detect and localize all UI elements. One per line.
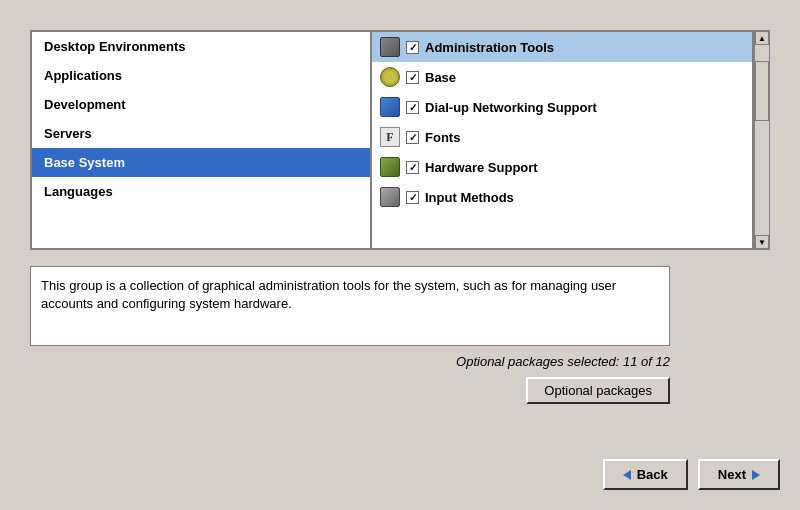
main-container: Desktop Environments Applications Develo…	[0, 0, 800, 510]
back-arrow-icon	[623, 470, 631, 480]
hw-support-label: Hardware Support	[425, 160, 538, 175]
input-methods-checkbox[interactable]	[406, 191, 419, 204]
base-checkbox[interactable]	[406, 71, 419, 84]
right-item-dialup[interactable]: Dial-up Networking Support	[372, 92, 752, 122]
right-item-admin-tools[interactable]: Administration Tools	[372, 32, 752, 62]
left-item-base-system[interactable]: Base System	[32, 148, 370, 177]
left-panel: Desktop Environments Applications Develo…	[30, 30, 370, 250]
left-item-development[interactable]: Development	[32, 90, 370, 119]
description-box: This group is a collection of graphical …	[30, 266, 670, 346]
back-button[interactable]: Back	[603, 459, 688, 490]
fonts-label: Fonts	[425, 130, 460, 145]
scroll-up-arrow[interactable]: ▲	[755, 31, 769, 45]
admin-tools-label: Administration Tools	[425, 40, 554, 55]
scroll-down-arrow[interactable]: ▼	[755, 235, 769, 249]
left-item-desktop-environments[interactable]: Desktop Environments	[32, 32, 370, 61]
right-panel-wrapper: Administration Tools Base Dial-u	[370, 30, 770, 250]
optional-packages-button[interactable]: Optional packages	[526, 377, 670, 404]
admin-tools-checkbox[interactable]	[406, 41, 419, 54]
description-text: This group is a collection of graphical …	[41, 278, 616, 311]
dialup-label: Dial-up Networking Support	[425, 100, 597, 115]
right-item-hw-support[interactable]: Hardware Support	[372, 152, 752, 182]
left-item-languages[interactable]: Languages	[32, 177, 370, 206]
input-methods-label: Input Methods	[425, 190, 514, 205]
base-label: Base	[425, 70, 456, 85]
next-label: Next	[718, 467, 746, 482]
base-icon	[380, 67, 400, 87]
optional-btn-row: Optional packages	[30, 377, 670, 404]
hw-support-checkbox[interactable]	[406, 161, 419, 174]
dialup-icon	[380, 97, 400, 117]
description-area: This group is a collection of graphical …	[30, 266, 770, 404]
input-methods-icon	[380, 187, 400, 207]
back-label: Back	[637, 467, 668, 482]
dialup-checkbox[interactable]	[406, 101, 419, 114]
top-section: Desktop Environments Applications Develo…	[30, 30, 770, 250]
hw-support-icon	[380, 157, 400, 177]
optional-info: Optional packages selected: 11 of 12	[30, 354, 670, 369]
left-item-applications[interactable]: Applications	[32, 61, 370, 90]
scroll-thumb[interactable]	[755, 61, 769, 121]
right-item-fonts[interactable]: F Fonts	[372, 122, 752, 152]
admin-tools-icon	[380, 37, 400, 57]
next-button[interactable]: Next	[698, 459, 780, 490]
scrollbar[interactable]: ▲ ▼	[754, 30, 770, 250]
right-item-input-methods[interactable]: Input Methods	[372, 182, 752, 212]
fonts-icon: F	[380, 127, 400, 147]
bottom-buttons: Back Next	[603, 459, 780, 490]
fonts-checkbox[interactable]	[406, 131, 419, 144]
left-item-servers[interactable]: Servers	[32, 119, 370, 148]
next-arrow-icon	[752, 470, 760, 480]
right-panel: Administration Tools Base Dial-u	[370, 30, 754, 250]
right-item-base[interactable]: Base	[372, 62, 752, 92]
